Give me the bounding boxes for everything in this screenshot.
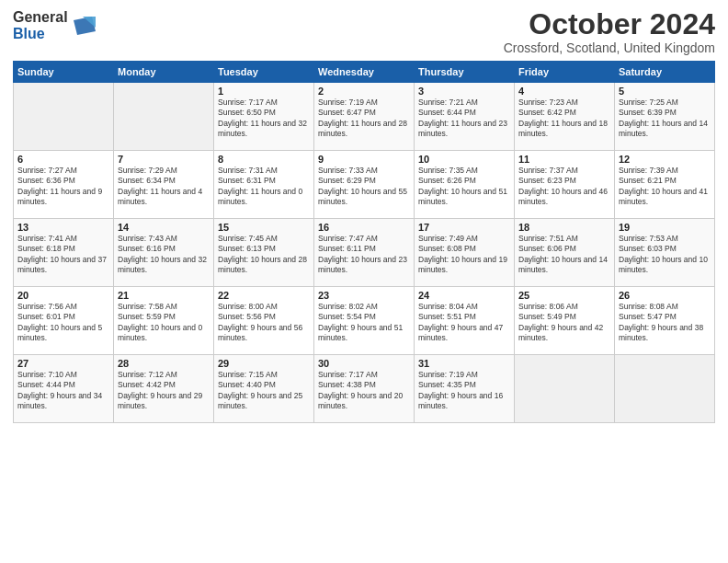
day-info: Sunrise: 7:41 AM Sunset: 6:18 PM Dayligh…	[17, 234, 109, 276]
day-info: Sunrise: 7:58 AM Sunset: 5:59 PM Dayligh…	[118, 302, 210, 344]
day-number: 22	[218, 290, 310, 301]
day-info: Sunrise: 7:39 AM Sunset: 6:21 PM Dayligh…	[619, 166, 711, 208]
day-number: 1	[218, 86, 310, 97]
day-info: Sunrise: 7:37 AM Sunset: 6:23 PM Dayligh…	[518, 166, 610, 208]
day-info: Sunrise: 7:23 AM Sunset: 6:42 PM Dayligh…	[518, 98, 610, 140]
calendar-cell: 17Sunrise: 7:49 AM Sunset: 6:08 PM Dayli…	[415, 219, 515, 287]
logo-icon	[70, 13, 96, 39]
col-sunday: Sunday	[14, 62, 114, 83]
calendar-cell: 4Sunrise: 7:23 AM Sunset: 6:42 PM Daylig…	[515, 83, 615, 151]
day-number: 27	[17, 358, 109, 369]
day-info: Sunrise: 7:25 AM Sunset: 6:39 PM Dayligh…	[619, 98, 711, 140]
calendar-cell: 18Sunrise: 7:51 AM Sunset: 6:06 PM Dayli…	[515, 219, 615, 287]
day-info: Sunrise: 7:19 AM Sunset: 4:35 PM Dayligh…	[418, 370, 510, 412]
calendar-week-1: 1Sunrise: 7:17 AM Sunset: 6:50 PM Daylig…	[14, 83, 715, 151]
day-info: Sunrise: 7:15 AM Sunset: 4:40 PM Dayligh…	[218, 370, 310, 412]
calendar-cell: 21Sunrise: 7:58 AM Sunset: 5:59 PM Dayli…	[114, 287, 214, 355]
day-number: 24	[418, 290, 510, 301]
day-number: 26	[619, 290, 711, 301]
day-number: 20	[17, 290, 109, 301]
day-info: Sunrise: 7:21 AM Sunset: 6:44 PM Dayligh…	[418, 98, 510, 140]
calendar-cell: 20Sunrise: 7:56 AM Sunset: 6:01 PM Dayli…	[14, 287, 114, 355]
col-saturday: Saturday	[615, 62, 715, 83]
day-number: 2	[318, 86, 410, 97]
calendar-cell: 29Sunrise: 7:15 AM Sunset: 4:40 PM Dayli…	[214, 355, 314, 423]
day-info: Sunrise: 7:33 AM Sunset: 6:29 PM Dayligh…	[318, 166, 410, 208]
day-info: Sunrise: 7:17 AM Sunset: 6:50 PM Dayligh…	[218, 98, 310, 140]
calendar-cell: 1Sunrise: 7:17 AM Sunset: 6:50 PM Daylig…	[214, 83, 314, 151]
day-number: 4	[518, 86, 610, 97]
day-number: 15	[218, 222, 310, 233]
calendar-cell: 5Sunrise: 7:25 AM Sunset: 6:39 PM Daylig…	[615, 83, 715, 151]
day-info: Sunrise: 7:17 AM Sunset: 4:38 PM Dayligh…	[318, 370, 410, 412]
logo-blue: Blue	[13, 26, 45, 41]
day-number: 6	[17, 154, 109, 165]
calendar-cell: 6Sunrise: 7:27 AM Sunset: 6:36 PM Daylig…	[14, 151, 114, 219]
calendar-cell: 19Sunrise: 7:53 AM Sunset: 6:03 PM Dayli…	[615, 219, 715, 287]
calendar-cell: 8Sunrise: 7:31 AM Sunset: 6:31 PM Daylig…	[214, 151, 314, 219]
day-number: 29	[218, 358, 310, 369]
day-info: Sunrise: 7:49 AM Sunset: 6:08 PM Dayligh…	[418, 234, 510, 276]
calendar-week-5: 27Sunrise: 7:10 AM Sunset: 4:44 PM Dayli…	[14, 355, 715, 423]
day-number: 17	[418, 222, 510, 233]
day-number: 7	[118, 154, 210, 165]
col-monday: Monday	[114, 62, 214, 83]
day-info: Sunrise: 7:53 AM Sunset: 6:03 PM Dayligh…	[619, 234, 711, 276]
calendar-cell	[615, 355, 715, 423]
calendar-cell: 31Sunrise: 7:19 AM Sunset: 4:35 PM Dayli…	[415, 355, 515, 423]
calendar-week-4: 20Sunrise: 7:56 AM Sunset: 6:01 PM Dayli…	[14, 287, 715, 355]
day-number: 25	[518, 290, 610, 301]
day-info: Sunrise: 7:31 AM Sunset: 6:31 PM Dayligh…	[218, 166, 310, 208]
day-number: 31	[418, 358, 510, 369]
header-row: Sunday Monday Tuesday Wednesday Thursday…	[14, 62, 715, 83]
calendar-cell: 13Sunrise: 7:41 AM Sunset: 6:18 PM Dayli…	[14, 219, 114, 287]
calendar-cell: 15Sunrise: 7:45 AM Sunset: 6:13 PM Dayli…	[214, 219, 314, 287]
calendar-week-2: 6Sunrise: 7:27 AM Sunset: 6:36 PM Daylig…	[14, 151, 715, 219]
day-number: 23	[318, 290, 410, 301]
day-number: 11	[518, 154, 610, 165]
calendar-cell: 30Sunrise: 7:17 AM Sunset: 4:38 PM Dayli…	[314, 355, 415, 423]
col-tuesday: Tuesday	[214, 62, 314, 83]
day-number: 14	[118, 222, 210, 233]
calendar-cell	[14, 83, 114, 151]
logo-general: General	[13, 9, 68, 25]
calendar-cell: 25Sunrise: 8:06 AM Sunset: 5:49 PM Dayli…	[515, 287, 615, 355]
day-number: 19	[619, 222, 711, 233]
page: General Blue October 2024 Crossford, Sco…	[0, 0, 728, 563]
day-info: Sunrise: 7:19 AM Sunset: 6:47 PM Dayligh…	[318, 98, 410, 140]
day-number: 10	[418, 154, 510, 165]
calendar-cell: 12Sunrise: 7:39 AM Sunset: 6:21 PM Dayli…	[615, 151, 715, 219]
day-info: Sunrise: 7:10 AM Sunset: 4:44 PM Dayligh…	[17, 370, 109, 412]
calendar-cell: 26Sunrise: 8:08 AM Sunset: 5:47 PM Dayli…	[615, 287, 715, 355]
calendar-cell: 10Sunrise: 7:35 AM Sunset: 6:26 PM Dayli…	[415, 151, 515, 219]
col-thursday: Thursday	[415, 62, 515, 83]
calendar-cell: 9Sunrise: 7:33 AM Sunset: 6:29 PM Daylig…	[314, 151, 415, 219]
day-info: Sunrise: 7:56 AM Sunset: 6:01 PM Dayligh…	[17, 302, 109, 344]
day-number: 16	[318, 222, 410, 233]
day-info: Sunrise: 7:45 AM Sunset: 6:13 PM Dayligh…	[218, 234, 310, 276]
calendar-table: Sunday Monday Tuesday Wednesday Thursday…	[13, 61, 715, 423]
calendar-cell: 14Sunrise: 7:43 AM Sunset: 6:16 PM Dayli…	[114, 219, 214, 287]
col-wednesday: Wednesday	[314, 62, 415, 83]
day-number: 28	[118, 358, 210, 369]
title-section: October 2024 Crossford, Scotland, United…	[504, 9, 715, 55]
day-number: 21	[118, 290, 210, 301]
logo-text: General Blue	[13, 9, 68, 41]
calendar-cell: 2Sunrise: 7:19 AM Sunset: 6:47 PM Daylig…	[314, 83, 415, 151]
day-info: Sunrise: 7:35 AM Sunset: 6:26 PM Dayligh…	[418, 166, 510, 208]
day-info: Sunrise: 7:12 AM Sunset: 4:42 PM Dayligh…	[118, 370, 210, 412]
day-info: Sunrise: 7:29 AM Sunset: 6:34 PM Dayligh…	[118, 166, 210, 208]
day-number: 9	[318, 154, 410, 165]
day-info: Sunrise: 7:51 AM Sunset: 6:06 PM Dayligh…	[518, 234, 610, 276]
day-info: Sunrise: 8:04 AM Sunset: 5:51 PM Dayligh…	[418, 302, 510, 344]
day-number: 3	[418, 86, 510, 97]
calendar-cell: 3Sunrise: 7:21 AM Sunset: 6:44 PM Daylig…	[415, 83, 515, 151]
calendar-cell: 16Sunrise: 7:47 AM Sunset: 6:11 PM Dayli…	[314, 219, 415, 287]
calendar-cell: 22Sunrise: 8:00 AM Sunset: 5:56 PM Dayli…	[214, 287, 314, 355]
day-number: 18	[518, 222, 610, 233]
calendar-cell: 7Sunrise: 7:29 AM Sunset: 6:34 PM Daylig…	[114, 151, 214, 219]
calendar-cell: 23Sunrise: 8:02 AM Sunset: 5:54 PM Dayli…	[314, 287, 415, 355]
calendar-cell: 11Sunrise: 7:37 AM Sunset: 6:23 PM Dayli…	[515, 151, 615, 219]
day-info: Sunrise: 7:47 AM Sunset: 6:11 PM Dayligh…	[318, 234, 410, 276]
day-info: Sunrise: 8:08 AM Sunset: 5:47 PM Dayligh…	[619, 302, 711, 344]
